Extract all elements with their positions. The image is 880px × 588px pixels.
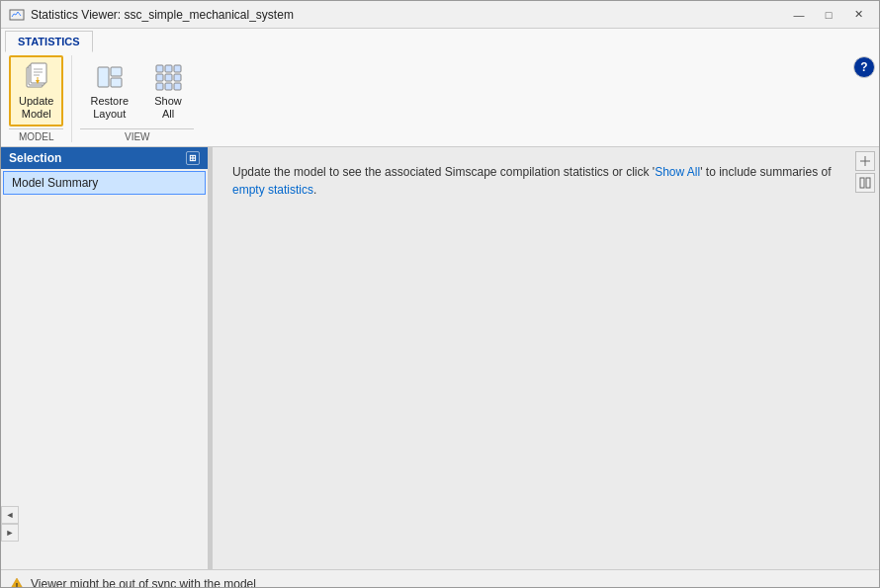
show-all-icon — [152, 61, 184, 93]
svg-rect-14 — [111, 67, 122, 76]
svg-rect-27 — [860, 178, 864, 188]
svg-rect-18 — [174, 65, 181, 72]
svg-line-1 — [12, 14, 14, 17]
status-bar: ! Viewer might be out of sync with the m… — [1, 569, 879, 588]
empty-statistics-link[interactable]: empty statistics — [232, 183, 313, 197]
app-icon — [9, 7, 25, 23]
svg-rect-12 — [37, 77, 38, 82]
svg-text:!: ! — [16, 581, 19, 588]
svg-rect-20 — [165, 74, 172, 81]
restore-layout-button[interactable]: RestoreLayout — [80, 55, 138, 126]
show-all-link[interactable]: Show All — [655, 165, 700, 179]
title-bar-controls: — □ ✕ — [786, 5, 871, 25]
title-bar: Statistics Viewer: ssc_simple_mechanical… — [1, 1, 879, 29]
restore-layout-label: RestoreLayout — [90, 95, 129, 121]
sidebar: Selection ⊞ Model Summary — [1, 147, 209, 569]
svg-rect-19 — [156, 74, 163, 81]
ribbon: STATISTICS — [1, 29, 879, 147]
svg-rect-22 — [156, 83, 163, 90]
svg-rect-23 — [165, 83, 172, 90]
warning-icon: ! — [9, 576, 25, 588]
ribbon-tabs: STATISTICS — [1, 29, 879, 51]
content-area: Update the model to see the associated S… — [213, 147, 879, 569]
ribbon-area: STATISTICS — [1, 29, 879, 147]
svg-rect-13 — [98, 67, 109, 87]
help-button[interactable]: ? — [853, 56, 875, 78]
update-model-label: UpdateModel — [19, 95, 53, 121]
nav-prev-button[interactable]: ◄ — [1, 506, 19, 524]
model-group-label: MODEL — [9, 128, 63, 142]
svg-rect-15 — [111, 78, 122, 87]
svg-rect-21 — [174, 74, 181, 81]
info-text: Update the model to see the associated S… — [213, 147, 879, 199]
close-button[interactable]: ✕ — [845, 5, 871, 25]
nav-next-button[interactable]: ► — [1, 524, 19, 542]
tab-statistics[interactable]: STATISTICS — [5, 31, 93, 52]
view-buttons: RestoreLayout — [80, 55, 194, 126]
main-area: Selection ⊞ Model Summary — [1, 147, 879, 569]
title-bar-left: Statistics Viewer: ssc_simple_mechanical… — [9, 7, 294, 23]
ribbon-group-view: RestoreLayout — [80, 55, 202, 142]
sidebar-item-model-summary[interactable]: Model Summary — [3, 171, 206, 195]
sidebar-header: Selection ⊞ — [1, 147, 208, 169]
svg-rect-24 — [174, 83, 181, 90]
svg-line-4 — [18, 12, 21, 16]
restore-layout-icon — [94, 61, 126, 93]
content-toolbar — [855, 151, 875, 193]
show-all-button[interactable]: ShowAll — [142, 55, 194, 126]
view-group-label: VIEW — [80, 128, 194, 142]
svg-rect-16 — [156, 65, 163, 72]
sidebar-title: Selection — [9, 151, 61, 165]
svg-rect-28 — [866, 178, 870, 188]
model-buttons: UpdateModel — [9, 55, 63, 126]
ribbon-content: UpdateModel MODEL — [1, 51, 879, 146]
nav-arrows: ◄ ► — [1, 506, 19, 542]
minimize-button[interactable]: — — [786, 5, 812, 25]
split-horizontal-button[interactable] — [855, 151, 875, 171]
sidebar-settings-icon[interactable]: ⊞ — [186, 151, 200, 165]
window-title: Statistics Viewer: ssc_simple_mechanical… — [31, 8, 294, 22]
update-model-button[interactable]: UpdateModel — [9, 55, 63, 126]
split-vertical-button[interactable] — [855, 173, 875, 193]
svg-rect-17 — [165, 65, 172, 72]
ribbon-group-model: UpdateModel MODEL — [9, 55, 72, 142]
svg-line-3 — [16, 12, 18, 15]
show-all-label: ShowAll — [154, 95, 182, 121]
svg-line-2 — [14, 14, 16, 15]
svg-rect-0 — [10, 10, 24, 20]
update-model-icon — [21, 61, 52, 93]
maximize-button[interactable]: □ — [816, 5, 841, 25]
status-text: Viewer might be out of sync with the mod… — [31, 577, 256, 588]
sidebar-list: Model Summary — [1, 169, 208, 569]
